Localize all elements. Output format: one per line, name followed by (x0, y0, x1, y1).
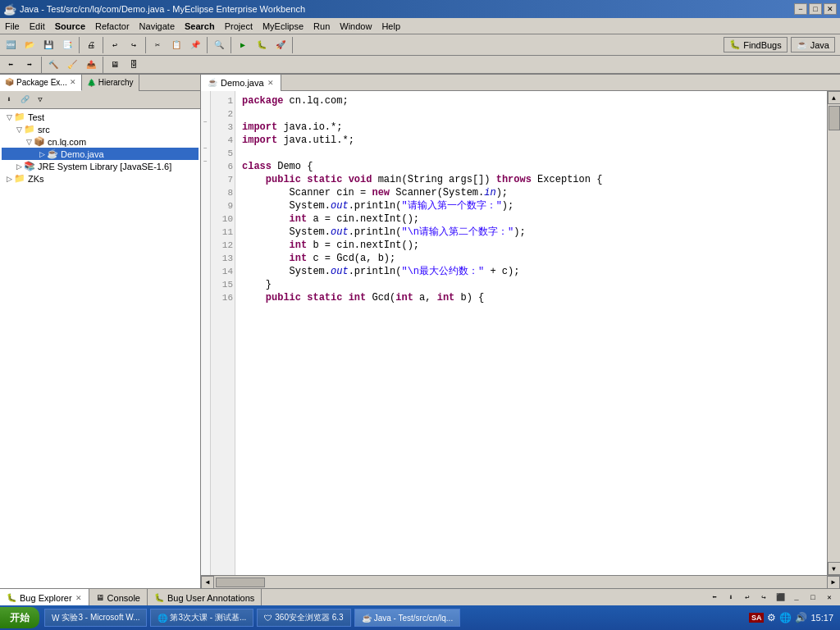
tab-package-explorer-close[interactable]: ✕ (70, 78, 76, 86)
run-button[interactable]: ▶ (234, 36, 252, 54)
menu-help[interactable]: Help (377, 20, 405, 33)
bottom-btn-5[interactable]: ⬛ (773, 591, 788, 605)
server-button[interactable]: 🖥 (106, 56, 124, 74)
tree-item-package[interactable]: ▽ 📦 cn.lq.com (2, 135, 199, 148)
taskbar-item-java[interactable]: ☕ Java - Test/src/cn/lq... (354, 609, 461, 627)
menubar: File Edit Source Refactor Navigate Searc… (0, 18, 840, 34)
expand-demo[interactable]: ▷ (39, 150, 45, 158)
undo-button[interactable]: ↩ (106, 36, 124, 54)
tree-item-jre[interactable]: ▷ 📚 JRE System Library [JavaSE-1.6] (2, 160, 199, 172)
bottom-minimize[interactable]: _ (789, 591, 804, 605)
tab-package-explorer[interactable]: 📦 Package Ex... ✕ (0, 75, 82, 91)
view-menu-button[interactable]: ▽ (33, 93, 48, 107)
bottom-close[interactable]: ✕ (822, 591, 837, 605)
taskbar-item-course[interactable]: 🌐 第3次大课 - 测试基... (150, 609, 253, 627)
minimize-button[interactable]: − (794, 3, 807, 15)
tab-demo-java[interactable]: ☕ Demo.java ✕ (201, 75, 281, 91)
jre-icon: 📚 (24, 161, 35, 171)
clean-button[interactable]: 🧹 (63, 56, 81, 74)
bottom-maximize[interactable]: □ (806, 591, 820, 605)
menu-myeclipse[interactable]: MyEclipse (258, 20, 308, 33)
console-label: Console (107, 593, 140, 603)
editor-panel: ☕ Demo.java ✕ − − − 12345 678910 1112131… (201, 75, 840, 588)
editor-vertical-scrollbar[interactable]: ▲ ▼ (827, 91, 840, 575)
back-button[interactable]: ⬅ (2, 56, 20, 74)
separator-7 (41, 57, 42, 73)
browser-icon: 🛡 (264, 614, 272, 623)
export-button[interactable]: 📤 (82, 56, 100, 74)
menu-project[interactable]: Project (220, 20, 258, 33)
bug-explorer-close[interactable]: ✕ (75, 594, 82, 602)
forward-button[interactable]: ➡ (21, 56, 39, 74)
toolbar-1: 🆕 📂 💾 📑 🖨 ↩ ↪ ✂ 📋 📌 🔍 ▶ 🐛 🚀 🐛 FindBu (0, 34, 840, 56)
menu-edit[interactable]: Edit (25, 20, 50, 33)
tree-item-src[interactable]: ▽ 📁 src (2, 123, 199, 135)
findbugs-button[interactable]: 🐛 FindBugs (724, 37, 787, 52)
bottom-btn-2[interactable]: ⬇ (724, 591, 738, 605)
menu-run[interactable]: Run (308, 20, 335, 33)
expand-zks[interactable]: ▷ (7, 175, 12, 183)
menu-search[interactable]: Search (180, 20, 220, 33)
scroll-down-arrow[interactable]: ▼ (828, 562, 841, 575)
close-button[interactable]: ✕ (824, 3, 837, 15)
start-button[interactable]: 开始 (0, 607, 39, 628)
maximize-button[interactable]: □ (809, 3, 822, 15)
package-label: cn.lq.com (48, 137, 86, 147)
collapse-import-icon[interactable]: − (202, 116, 209, 129)
collapse-all-button[interactable]: ⬇ (2, 93, 16, 107)
tab-bug-annotations[interactable]: 🐛 Bug User Annotations (148, 589, 262, 607)
redo-button[interactable]: ↪ (125, 36, 143, 54)
new-button[interactable]: 🆕 (2, 36, 20, 54)
build-button[interactable]: 🔨 (44, 56, 62, 74)
java-perspective-button[interactable]: ☕ Java (791, 37, 835, 52)
paste-button[interactable]: 📌 (186, 36, 204, 54)
menu-file[interactable]: File (0, 20, 25, 33)
collapse-class-icon[interactable]: − (202, 142, 209, 155)
zks-icon: 📁 (14, 173, 25, 184)
menu-refactor[interactable]: Refactor (90, 20, 135, 33)
editor-left-margin: − − − (201, 91, 211, 575)
h-scroll-thumb[interactable] (216, 578, 265, 587)
scroll-track[interactable] (828, 130, 840, 562)
db-button[interactable]: 🗄 (125, 56, 143, 74)
save-all-button[interactable]: 📑 (58, 36, 76, 54)
findbugs-icon: 🐛 (729, 39, 741, 50)
print-button[interactable]: 🖨 (82, 36, 100, 54)
code-editor[interactable]: package cn.lq.com; import java.io.*; imp… (235, 91, 827, 575)
save-button[interactable]: 💾 (39, 36, 57, 54)
tree-item-test[interactable]: ▽ 📁 Test (2, 111, 199, 123)
tree-item-zks[interactable]: ▷ 📁 ZKs (2, 172, 199, 185)
tab-bug-explorer[interactable]: 🐛 Bug Explorer ✕ (0, 589, 89, 607)
taskbar-item-360[interactable]: 🛡 360安全浏览器 6.3 (257, 609, 350, 627)
scroll-up-arrow[interactable]: ▲ (828, 91, 841, 104)
bottom-btn-4[interactable]: ↪ (756, 591, 771, 605)
debug-button[interactable]: 🐛 (253, 36, 271, 54)
h-scroll-track[interactable] (214, 576, 827, 588)
tree-item-demo[interactable]: ▷ ☕ Demo.java (2, 148, 199, 160)
package-explorer-tree: ▽ 📁 Test ▽ 📁 src ▽ 📦 cn.lq.com ▷ (0, 109, 200, 588)
collapse-main-icon[interactable]: − (202, 155, 209, 168)
menu-window[interactable]: Window (335, 20, 377, 33)
scroll-thumb[interactable] (829, 106, 840, 130)
toolbar-2: ⬅ ➡ 🔨 🧹 📤 🖥 🗄 (0, 56, 840, 74)
menu-navigate[interactable]: Navigate (135, 20, 180, 33)
bottom-btn-3[interactable]: ↩ (740, 591, 755, 605)
expand-test[interactable]: ▽ (7, 113, 12, 121)
scroll-left-arrow[interactable]: ◀ (201, 576, 214, 589)
tab-console[interactable]: 🖥 Console (89, 589, 148, 607)
menu-source[interactable]: Source (50, 20, 90, 33)
expand-package[interactable]: ▽ (26, 138, 32, 146)
expand-jre[interactable]: ▷ (16, 162, 22, 171)
copy-button[interactable]: 📋 (167, 36, 185, 54)
open-button[interactable]: 📂 (21, 36, 39, 54)
tab-demo-java-close[interactable]: ✕ (267, 79, 274, 87)
search-button[interactable]: 🔍 (210, 36, 228, 54)
link-editor-button[interactable]: 🔗 (17, 93, 32, 107)
expand-src[interactable]: ▽ (16, 126, 22, 134)
scroll-right-arrow[interactable]: ▶ (827, 576, 840, 589)
deploy-button[interactable]: 🚀 (272, 36, 290, 54)
bottom-btn-1[interactable]: ⬅ (707, 591, 722, 605)
cut-button[interactable]: ✂ (148, 36, 167, 54)
tab-hierarchy[interactable]: 🌲 Hierarchy (82, 75, 139, 91)
taskbar-item-word[interactable]: W 实验3 - Microsoft W... (44, 609, 147, 627)
